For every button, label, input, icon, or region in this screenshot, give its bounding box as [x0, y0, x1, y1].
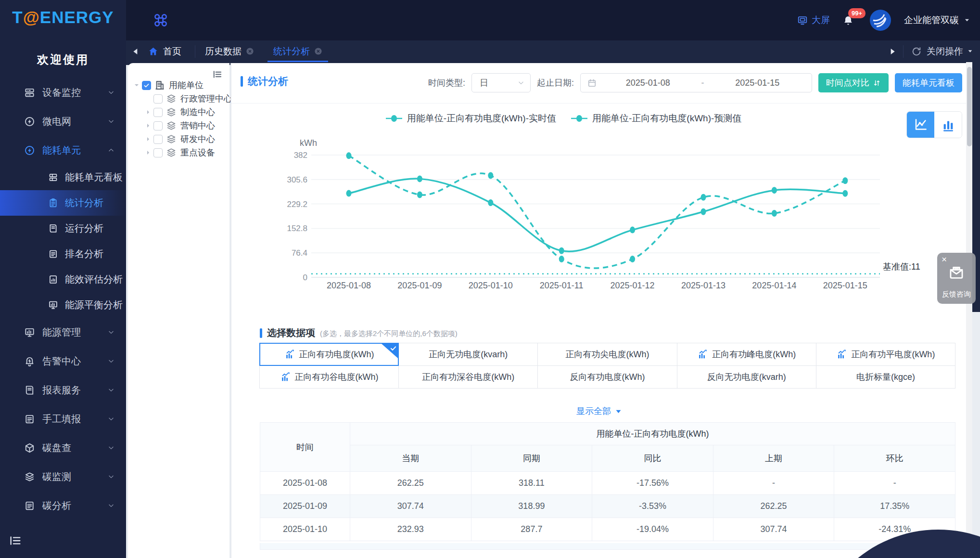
tab-statistical-analysis[interactable]: 统计分析 [264, 40, 332, 62]
tab-history-data[interactable]: 历史数据 [195, 40, 264, 62]
sidebar-item-operation-analysis[interactable]: 运行分析 [0, 216, 126, 241]
data-item-button-0[interactable]: 正向有功电度(kWh) [259, 343, 399, 366]
tree-checkbox[interactable] [153, 148, 163, 157]
chevron-down-icon [518, 79, 524, 86]
tab-forward-icon[interactable] [882, 48, 903, 55]
data-item-button-1[interactable]: 正向无功电度(kvarh) [398, 343, 538, 366]
feedback-widget[interactable]: × 反馈咨询 [937, 253, 976, 304]
tree-node-label[interactable]: 制造中心 [180, 106, 215, 118]
sidebar-item-label: 统计分析 [65, 196, 103, 209]
close-operations-dropdown[interactable]: 关闭操作 [927, 45, 973, 58]
data-item-button-5[interactable]: 正向有功谷电度(kWh) [259, 365, 399, 389]
sidebar-item-energy-balance[interactable]: 能源平衡分析 [0, 292, 126, 318]
date-end-value[interactable]: 2025-01-15 [710, 78, 805, 88]
sidebar-item-efficiency-evaluation[interactable]: 能效评估分析 [0, 267, 126, 292]
caret-expand-right-icon[interactable] [144, 122, 152, 130]
tree-checkbox[interactable] [153, 108, 163, 117]
vertical-scrollbar[interactable] [966, 62, 972, 558]
tree-node-admin-center[interactable]: 行政管理中心 [144, 92, 232, 105]
data-item-button-9[interactable]: 电折标量(kgce) [816, 365, 955, 389]
sidebar-item-manual-entry[interactable]: 手工填报 [0, 404, 126, 433]
tree-checkbox[interactable] [153, 135, 163, 144]
sidebar-item-label: 能耗单元看板 [65, 171, 123, 184]
sidebar-item-ranking-analysis[interactable]: 排名分析 [0, 241, 126, 267]
tree-checkbox[interactable] [153, 94, 163, 104]
caret-expand-right-icon[interactable] [144, 108, 152, 116]
sidebar-item-energy-unit[interactable]: 能耗单元 [0, 136, 126, 165]
svg-text:2025-01-12: 2025-01-12 [611, 281, 655, 290]
energy-unit-board-button[interactable]: 能耗单元看板 [895, 73, 962, 92]
tab-close-icon[interactable] [246, 47, 254, 55]
tree-collapse-icon[interactable] [212, 69, 223, 80]
svg-text:305.6: 305.6 [287, 175, 307, 184]
data-item-button-3[interactable]: 正向有功峰电度(kWh) [677, 343, 816, 366]
layers-icon [166, 107, 177, 117]
scrollbar-thumb[interactable] [967, 67, 972, 146]
tree-node-key-equipment[interactable]: 重点设备 [144, 146, 215, 159]
tab-back-icon[interactable] [126, 48, 145, 55]
page-title: 统计分析 [241, 75, 288, 88]
caret-expand-right-icon[interactable] [144, 135, 152, 143]
date-range-picker[interactable]: 2025-01-08 - 2025-01-15 [580, 73, 812, 92]
bigscreen-button[interactable]: 大屏 [797, 14, 830, 26]
time-point-compare-button[interactable]: 时间点对比 [818, 73, 889, 92]
sidebar-item-carbon-audit[interactable]: 碳盘查 [0, 433, 126, 462]
cell-value: 232.93 [350, 518, 471, 541]
tab-close-icon[interactable] [314, 47, 322, 55]
svg-text:2025-01-15: 2025-01-15 [823, 281, 867, 290]
tree-node-label[interactable]: 行政管理中心 [180, 93, 232, 104]
show-all-link[interactable]: 显示全部 [231, 405, 967, 417]
caret-expand-down-icon[interactable] [133, 81, 140, 89]
tree-node-label[interactable]: 用能单位 [169, 79, 204, 91]
table-subheader: 环比 [834, 445, 955, 472]
refresh-icon[interactable] [911, 46, 922, 57]
sidebar: T@ENERGY 欢迎使用 设备监控微电网能耗单元能耗单元看板统计分析运行分析排… [0, 0, 126, 558]
home-icon [148, 46, 158, 56]
tree-node-energy-unit[interactable]: 用能单位 [133, 78, 204, 92]
tree-node-label[interactable]: 重点设备 [180, 147, 215, 158]
data-item-button-7[interactable]: 反向有功电度(kWh) [537, 365, 677, 389]
svg-text:229.2: 229.2 [287, 200, 307, 209]
tree-node-manufacturing-center[interactable]: 制造中心 [144, 105, 215, 119]
sidebar-item-carbon-monitoring[interactable]: 碳监测 [0, 462, 126, 491]
sidebar-item-device-monitoring[interactable]: 设备监控 [0, 78, 126, 107]
sidebar-item-energy-management[interactable]: 能源管理 [0, 318, 126, 347]
apps-menu-icon[interactable] [153, 13, 168, 28]
sidebar-item-microgrid[interactable]: 微电网 [0, 107, 126, 136]
tree-node-rd-center[interactable]: 研发中心 [144, 132, 215, 146]
tree-node-marketing-center[interactable]: 营销中心 [144, 119, 215, 132]
line-chart-toggle-button[interactable] [907, 112, 934, 138]
notifications-button[interactable]: 99+ [842, 13, 857, 27]
list-doc-icon [24, 414, 35, 425]
tabbar: 首页 历史数据统计分析 关闭操作 [126, 40, 980, 62]
comparison-table: 时间 用能单位-正向有功电度(kWh) 当期同期同比上期环比 2025-01-0… [260, 422, 955, 541]
avatar[interactable] [869, 9, 891, 31]
caret-expand-right-icon[interactable] [144, 149, 152, 156]
tree-node-label[interactable]: 营销中心 [180, 120, 215, 131]
calendar-icon [587, 78, 597, 88]
close-icon[interactable]: × [942, 255, 947, 264]
tab-home[interactable]: 首页 [145, 40, 195, 62]
sidebar-item-carbon-analysis[interactable]: 碳分析 [0, 491, 126, 520]
tree-checkbox[interactable] [153, 121, 163, 130]
data-item-button-2[interactable]: 正向有功尖电度(kWh) [537, 343, 677, 366]
logo: T@ENERGY [0, 8, 126, 27]
legend-item[interactable]: 用能单位-正向有功电度(kWh)-实时值 [385, 112, 556, 125]
time-type-select[interactable]: 日 [471, 73, 531, 92]
date-start-value[interactable]: 2025-01-08 [600, 78, 696, 88]
tree-checkbox[interactable] [142, 81, 151, 90]
sidebar-item-report-service[interactable]: 报表服务 [0, 376, 126, 404]
data-item-button-8[interactable]: 反向无功电度(kvarh) [677, 365, 816, 389]
tree-node-label[interactable]: 研发中心 [180, 133, 215, 145]
org-switcher[interactable]: 企业能管双碳 [904, 14, 970, 26]
cell-value: 307.74 [713, 518, 834, 541]
sidebar-collapse-icon[interactable] [9, 534, 22, 547]
data-item-button-6[interactable]: 正向有功深谷电度(kWh) [398, 365, 538, 389]
data-item-button-4[interactable]: 正向有功平电度(kWh) [816, 343, 955, 366]
bar-chart-toggle-button[interactable] [934, 112, 962, 138]
sidebar-item-energy-unit-board[interactable]: 能耗单元看板 [0, 165, 126, 190]
sidebar-item-alarm-center[interactable]: 告警中心 [0, 347, 126, 376]
sidebar-item-statistical-analysis[interactable]: 统计分析 [0, 190, 126, 216]
sidebar-item-label: 告警中心 [42, 355, 81, 368]
legend-item[interactable]: 用能单位-正向有功电度(kWh)-预测值 [571, 112, 741, 125]
